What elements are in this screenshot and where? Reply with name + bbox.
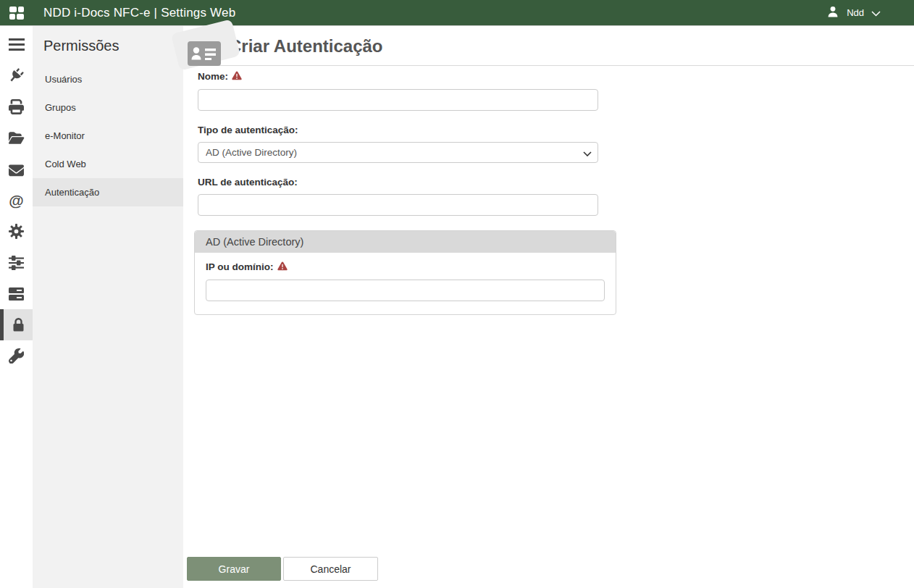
nome-label: Nome: — [198, 71, 914, 83]
rail-item-preferences[interactable] — [0, 247, 33, 278]
folder-open-icon — [9, 131, 25, 146]
ip-label: IP ou domínio: — [206, 261, 605, 273]
icon-rail: @ — [0, 26, 33, 588]
rail-item-mail[interactable] — [0, 154, 33, 185]
tipo-label: Tipo de autenticação: — [198, 125, 914, 135]
envelope-icon — [9, 161, 24, 177]
field-group-nome: Nome: — [198, 71, 914, 111]
auth-form: Nome: Tipo de autenticação: AD (Active D… — [183, 65, 914, 315]
url-label: URL de autenticação: — [198, 177, 914, 188]
printer-icon — [9, 99, 24, 114]
menu-toggle[interactable] — [0, 29, 33, 60]
field-group-tipo: Tipo de autenticação: AD (Active Directo… — [198, 125, 914, 163]
sidebar-item-autenticacao[interactable]: Autenticação — [33, 178, 183, 206]
chevron-down-icon — [871, 7, 881, 20]
content-header: Criar Autenticação — [183, 26, 914, 65]
wrench-icon — [9, 348, 24, 364]
main-content: Criar Autenticação Nome: Tipo de autenti… — [183, 26, 914, 588]
top-bar: NDD i-Docs NFC-e | Settings Web Ndd — [0, 0, 914, 26]
permissions-sidebar: Permissões Usuários Grupos e-Monitor Col… — [33, 26, 183, 588]
user-menu[interactable]: Ndd — [826, 5, 914, 21]
rail-item-printers[interactable] — [0, 91, 33, 122]
sliders-icon — [9, 256, 24, 270]
ad-panel-title: AD (Active Directory) — [195, 231, 616, 253]
lock-icon — [12, 317, 25, 332]
rail-item-servers[interactable] — [0, 278, 33, 309]
nome-input[interactable] — [198, 89, 598, 111]
page-title: Criar Autenticação — [183, 26, 914, 56]
user-icon — [826, 5, 839, 21]
menu-icon — [9, 38, 25, 51]
rail-item-settings[interactable] — [0, 216, 33, 247]
gear-icon — [9, 224, 24, 239]
tipo-select[interactable]: AD (Active Directory) — [198, 142, 598, 163]
rail-item-files[interactable] — [0, 122, 33, 154]
at-sign-icon: @ — [9, 193, 23, 208]
sidebar-item-usuarios[interactable]: Usuários — [33, 65, 183, 93]
tipo-select-wrap: AD (Active Directory) — [198, 142, 598, 163]
warning-icon — [232, 71, 242, 83]
plug-icon — [9, 68, 25, 84]
server-icon — [9, 287, 24, 301]
rail-item-email-settings[interactable]: @ — [0, 185, 33, 216]
app-title: NDD i-Docs NFC-e | Settings Web — [43, 6, 235, 20]
ad-panel: AD (Active Directory) IP ou domínio: — [194, 230, 616, 315]
rail-item-connections[interactable] — [0, 60, 33, 91]
user-name: Ndd — [847, 7, 864, 18]
sidebar-item-emonitor[interactable]: e-Monitor — [33, 122, 183, 150]
app-root: NDD i-Docs NFC-e | Settings Web Ndd — [0, 0, 914, 588]
save-button[interactable]: Gravar — [187, 557, 281, 581]
ad-panel-body: IP ou domínio: — [195, 253, 616, 314]
ip-input[interactable] — [206, 280, 605, 301]
ndd-logo-icon — [9, 7, 24, 20]
sidebar-heading: Permissões — [33, 38, 183, 54]
rail-item-tools[interactable] — [0, 340, 33, 371]
warning-icon — [277, 261, 288, 273]
rail-item-permissions[interactable] — [0, 309, 33, 340]
field-group-url: URL de autenticação: — [198, 177, 914, 216]
url-input[interactable] — [198, 194, 598, 216]
cancel-button[interactable]: Cancelar — [283, 557, 378, 581]
form-actions: Gravar Cancelar — [187, 557, 378, 581]
sidebar-item-coldweb[interactable]: Cold Web — [33, 150, 183, 178]
sidebar-item-grupos[interactable]: Grupos — [33, 93, 183, 122]
